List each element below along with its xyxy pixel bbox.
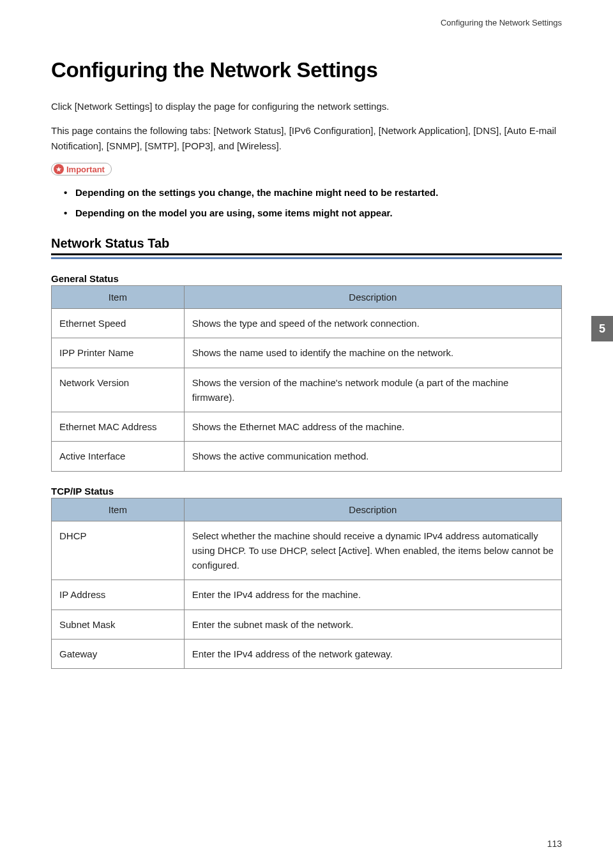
cell-item: Ethernet Speed [52, 309, 185, 338]
cell-description: Select whether the machine should receiv… [184, 521, 561, 580]
important-label: Important [66, 165, 105, 174]
cell-item: DHCP [52, 521, 185, 580]
bullet-item: Depending on the settings you change, th… [64, 184, 562, 201]
running-header: Configuring the Network Settings [51, 18, 562, 27]
table-header-description: Description [184, 498, 561, 521]
cell-description: Shows the version of the machine's netwo… [184, 368, 561, 412]
table-row: Ethernet Speed Shows the type and speed … [52, 309, 562, 338]
table-row: Ethernet MAC Address Shows the Ethernet … [52, 412, 562, 442]
intro-paragraph-2: This page contains the following tabs: [… [51, 123, 562, 154]
cell-item: Subnet Mask [52, 610, 185, 639]
cell-description: Shows the name used to identify the mach… [184, 338, 561, 368]
cell-item: IP Address [52, 580, 185, 610]
subheading-tcpip-status: TCP/IP Status [51, 486, 562, 497]
table-row: Active Interface Shows the active commun… [52, 442, 562, 471]
general-status-table: Item Description Ethernet Speed Shows th… [51, 285, 562, 472]
table-header-item: Item [52, 286, 185, 309]
important-badge: ★ Important [51, 163, 112, 176]
star-icon: ★ [54, 164, 64, 174]
table-row: IP Address Enter the IPv4 address for th… [52, 580, 562, 610]
table-header-description: Description [184, 286, 561, 309]
table-row: Network Version Shows the version of the… [52, 368, 562, 412]
cell-description: Enter the IPv4 address of the network ga… [184, 639, 561, 668]
cell-item: Active Interface [52, 442, 185, 471]
tcpip-status-table: Item Description DHCP Select whether the… [51, 498, 562, 670]
table-row: Gateway Enter the IPv4 address of the ne… [52, 639, 562, 668]
page-number: 113 [547, 839, 562, 849]
important-bullets: Depending on the settings you change, th… [51, 184, 562, 221]
chapter-tab: 5 [591, 316, 613, 341]
cell-description: Shows the type and speed of the network … [184, 309, 561, 338]
intro-paragraph-1: Click [Network Settings] to display the … [51, 99, 562, 114]
cell-item: Ethernet MAC Address [52, 412, 185, 442]
cell-item: Gateway [52, 639, 185, 668]
table-row: DHCP Select whether the machine should r… [52, 521, 562, 580]
section-heading-network-status: Network Status Tab [51, 236, 562, 255]
page-title: Configuring the Network Settings [51, 58, 562, 82]
cell-item: Network Version [52, 368, 185, 412]
cell-description: Enter the subnet mask of the network. [184, 610, 561, 639]
section-rule [51, 257, 562, 259]
table-header-item: Item [52, 498, 185, 521]
table-row: Subnet Mask Enter the subnet mask of the… [52, 610, 562, 639]
cell-item: IPP Printer Name [52, 338, 185, 368]
cell-description: Shows the active communication method. [184, 442, 561, 471]
bullet-item: Depending on the model you are using, so… [64, 205, 562, 221]
table-row: IPP Printer Name Shows the name used to … [52, 338, 562, 368]
subheading-general-status: General Status [51, 273, 562, 284]
cell-description: Shows the Ethernet MAC address of the ma… [184, 412, 561, 442]
cell-description: Enter the IPv4 address for the machine. [184, 580, 561, 610]
